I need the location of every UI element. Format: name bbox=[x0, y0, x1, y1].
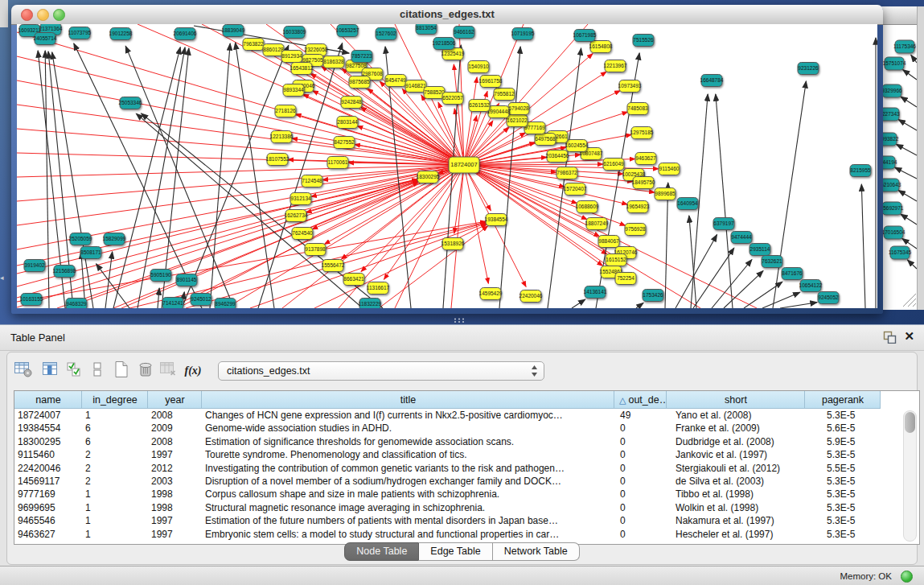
graph-node[interactable]: 8186328 bbox=[323, 56, 344, 68]
graph-node[interactable]: 10688609 bbox=[576, 201, 599, 213]
graph-node[interactable]: 7986372 bbox=[556, 167, 577, 179]
graph-node[interactable]: 19384554 bbox=[485, 214, 508, 226]
graph-node[interactable]: 2803144 bbox=[337, 117, 358, 129]
graph-node[interactable]: 7141241 bbox=[162, 298, 183, 309]
splitter-handle[interactable] bbox=[453, 317, 466, 323]
graph-node[interactable]: 1540910 bbox=[468, 61, 489, 73]
graph-node[interactable]: 1640954 bbox=[677, 198, 698, 210]
graph-node[interactable]: 15318926 bbox=[441, 238, 465, 250]
graph-node[interactable]: 9245052 bbox=[818, 292, 839, 304]
graph-node[interactable]: 16543812 bbox=[290, 63, 314, 75]
graph-node[interactable]: 19904448 bbox=[487, 106, 511, 118]
graph-node[interactable]: 8454749 bbox=[385, 75, 406, 87]
graph-node[interactable]: 6794028 bbox=[508, 103, 529, 115]
graph-node[interactable]: 20691406 bbox=[174, 28, 197, 40]
graph-node[interactable]: 6379197 bbox=[713, 218, 734, 230]
graph-node[interactable]: 24055714 bbox=[34, 33, 57, 45]
graph-node[interactable]: 17016504 bbox=[882, 226, 906, 239]
graph-node[interactable]: 18724007 bbox=[449, 157, 479, 173]
column-header-in_degree[interactable]: in_degree bbox=[82, 391, 148, 409]
graph-node[interactable]: 15556472 bbox=[322, 260, 345, 272]
graph-node[interactable]: 7588520 bbox=[424, 87, 445, 99]
graph-node[interactable]: 9474444 bbox=[731, 232, 752, 244]
table-row[interactable]: 1830029562008Estimation of significance … bbox=[14, 435, 901, 448]
graph-node[interactable]: 7632621 bbox=[762, 256, 782, 268]
graph-node[interactable]: 10719195 bbox=[511, 28, 535, 40]
column-header-year[interactable]: year bbox=[148, 391, 202, 409]
table-header-row[interactable]: namein_degreeyeartitle△out_de…shortpager… bbox=[14, 391, 881, 409]
unselect-all-rows-button[interactable] bbox=[86, 360, 109, 381]
tab-edge-table[interactable]: Edge Table bbox=[419, 542, 492, 561]
graph-node[interactable]: 18300295 bbox=[417, 171, 440, 183]
graph-node[interactable]: 10973493 bbox=[618, 80, 642, 93]
graph-node[interactable]: 18495750 bbox=[632, 177, 655, 189]
table-row[interactable]: 977716911998Corpus callosum shape and si… bbox=[14, 488, 901, 501]
tab-node-table[interactable]: Node Table bbox=[344, 542, 419, 561]
graph-node[interactable]: 12213967 bbox=[604, 60, 627, 72]
graph-node[interactable]: 9756928 bbox=[625, 224, 646, 236]
graph-node[interactable]: 6216049 bbox=[603, 159, 624, 171]
window-resize-grip[interactable] bbox=[903, 294, 916, 307]
column-header-pagerank[interactable]: pagerank bbox=[805, 391, 881, 409]
graph-node[interactable]: 8901145 bbox=[176, 274, 197, 286]
graph-node[interactable]: 11832229 bbox=[359, 299, 382, 309]
panel-collapse-arrow-icon[interactable]: ◂ bbox=[0, 272, 8, 283]
graph-node[interactable]: 9231226 bbox=[798, 63, 819, 75]
table-vertical-scrollbar[interactable] bbox=[903, 410, 917, 542]
table-row[interactable]: 946362711997Embryonic stem cells: a mode… bbox=[14, 528, 901, 541]
column-header-title[interactable]: title bbox=[202, 391, 614, 409]
graph-node[interactable]: 7857223 bbox=[351, 51, 372, 63]
graph-node[interactable]: 9146821 bbox=[405, 80, 426, 93]
graph-node[interactable]: 12975185 bbox=[630, 127, 654, 139]
float-panel-icon[interactable] bbox=[883, 331, 897, 347]
graph-node[interactable]: 16033809 bbox=[283, 27, 306, 39]
delete-table-button[interactable] bbox=[134, 360, 157, 381]
graph-node[interactable]: 15720407 bbox=[564, 183, 587, 196]
graph-node[interactable]: 8663421 bbox=[343, 274, 364, 286]
new-table-button[interactable] bbox=[110, 360, 133, 381]
graph-node[interactable]: 16961758 bbox=[479, 76, 503, 88]
column-header-name[interactable]: name bbox=[14, 391, 82, 409]
graph-node[interactable]: 10653257 bbox=[336, 25, 359, 37]
graph-node[interactable]: 15692971 bbox=[881, 202, 904, 215]
graph-node[interactable]: 11316617 bbox=[367, 282, 390, 295]
graph-node[interactable]: 10671985 bbox=[573, 30, 597, 42]
graph-node[interactable]: 9137898 bbox=[305, 244, 326, 256]
graph-node[interactable]: 15829099 bbox=[103, 233, 126, 245]
graph-node[interactable]: 752254 bbox=[615, 273, 636, 285]
graph-node[interactable]: 8946299 bbox=[215, 299, 236, 309]
graph-node[interactable]: 25205059 bbox=[69, 233, 92, 245]
graph-node[interactable]: 9463627 bbox=[635, 153, 656, 165]
graph-node[interactable]: 8427552 bbox=[334, 137, 355, 149]
graph-node[interactable]: 1527602 bbox=[376, 28, 396, 40]
graph-node[interactable]: 16648784 bbox=[700, 75, 724, 87]
table-row[interactable]: 911546021997Tourette syndrome. Phenomeno… bbox=[14, 448, 901, 461]
table-row[interactable]: 1872400712008Changes of HCN gene express… bbox=[14, 409, 901, 422]
graph-node[interactable]: 7963822 bbox=[243, 39, 264, 51]
graph-node[interactable]: 7485083 bbox=[627, 103, 648, 115]
graph-node[interactable]: 16024554 bbox=[565, 140, 589, 152]
graph-node[interactable]: 9245012 bbox=[191, 294, 211, 306]
graph-node[interactable]: 8215955 bbox=[850, 165, 871, 177]
graph-node[interactable]: 9242848 bbox=[341, 97, 362, 109]
graph-node[interactable]: 19218506 bbox=[433, 38, 456, 50]
graph-node[interactable]: 6261532 bbox=[469, 100, 490, 112]
network-canvas[interactable]: 7963822886012889129342322605898275051654… bbox=[17, 24, 877, 308]
graph-node[interactable]: 3919402 bbox=[24, 260, 45, 272]
close-panel-icon[interactable]: ✕ bbox=[904, 329, 914, 344]
graph-node[interactable]: 19654923 bbox=[626, 201, 650, 213]
graph-node[interactable]: 18807249 bbox=[585, 218, 609, 230]
graph-node[interactable]: 16262734 bbox=[285, 210, 308, 222]
graph-node[interactable]: 11175346 bbox=[893, 40, 916, 53]
node-attribute-table[interactable]: namein_degreeyeartitle△out_de…shortpager… bbox=[14, 390, 920, 545]
graph-node[interactable]: 8471676 bbox=[782, 268, 803, 280]
graph-node[interactable]: 6522057 bbox=[442, 93, 463, 105]
graph-node[interactable]: 18839049 bbox=[222, 25, 245, 37]
graph-node[interactable]: 10163155 bbox=[20, 294, 43, 306]
table-body[interactable]: 1872400712008Changes of HCN gene express… bbox=[14, 409, 901, 544]
graph-node[interactable]: 9468329 bbox=[66, 299, 87, 309]
graph-node[interactable]: 14595429 bbox=[479, 288, 503, 300]
network-window-titlebar[interactable]: citations_edges.txt bbox=[11, 5, 883, 25]
graph-node[interactable]: 6497568 bbox=[535, 134, 556, 146]
graph-node[interactable]: 9875685 bbox=[349, 76, 370, 89]
